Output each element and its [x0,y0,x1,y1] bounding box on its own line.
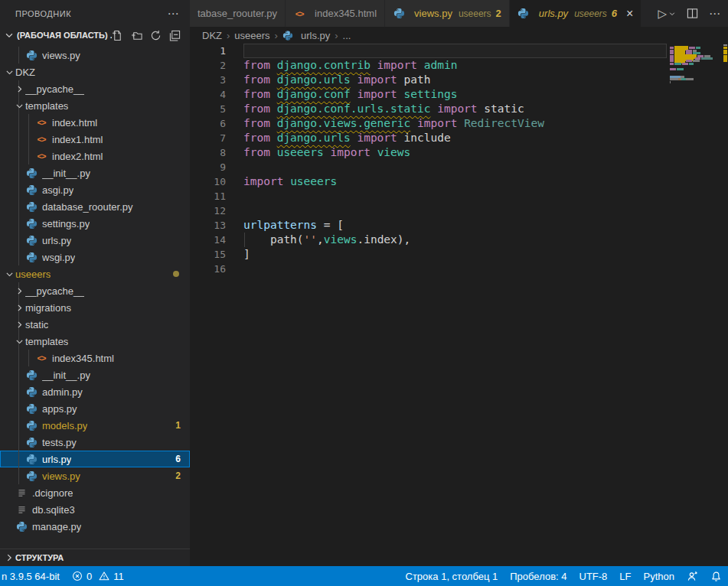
tree-item-useeers[interactable]: useeers [0,265,190,282]
indent-guide [18,400,19,417]
line-number[interactable]: 15 [190,247,226,262]
split-editor-icon[interactable] [687,8,698,19]
tree-item-models-py[interactable]: models.py1 [0,417,190,434]
token: import [357,73,397,86]
tree-item-urls-py[interactable]: urls.py [0,232,190,249]
workspace-section-header[interactable]: (РАБОЧАЯ ОБЛАСТЬ) ... [0,27,190,44]
feedback-icon[interactable] [681,566,704,586]
tab-label: index345.html [315,8,377,19]
tab-index345-html[interactable]: <>index345.html [286,0,384,27]
tree-item-index1-html[interactable]: <>index1.html [0,131,190,148]
token: useeers [290,175,337,187]
tab-views-py[interactable]: views.pyuseeers2 [385,0,509,27]
code-line-2[interactable]: 2from django.contrib import admin [190,58,667,73]
tree-item--dcignore[interactable]: .dcignore [0,484,190,501]
code-line-10[interactable]: 10import useeers [190,174,667,189]
line-number[interactable]: 16 [190,262,226,276]
line-number[interactable]: 3 [190,73,226,87]
line-number[interactable]: 1 [190,44,226,58]
tree-item-asgi-py[interactable]: asgi.py [0,181,190,198]
cursor-position-status[interactable]: Строка 1, столбец 1 [400,566,504,586]
file-name: useeers [15,269,51,280]
tab-tabase-roouter-py[interactable]: tabase_roouter.py [190,0,285,27]
tab-urls-py[interactable]: urls.pyuseeers6× [510,0,641,27]
more-actions-icon[interactable]: ⋯ [168,7,180,21]
line-number[interactable]: 4 [190,87,226,102]
tree-item-migrations[interactable]: migrations [0,299,190,316]
code-line-16[interactable]: 16 [190,262,667,276]
tree-item--pycache-[interactable]: __pycache__ [0,80,190,97]
line-number[interactable]: 11 [190,189,226,203]
breadcrumb-item-urls-py[interactable]: urls.py [282,30,330,41]
tree-item-db-sqlite3[interactable]: db.sqlite3 [0,501,190,518]
tree-item-dkz[interactable]: DKZ [0,63,190,80]
code-line-5[interactable]: 5from django.conf.urls.static import sta… [190,102,667,116]
breadcrumb-item--[interactable]: ... [343,30,351,41]
line-number[interactable]: 12 [190,203,226,218]
tree-item-settings-py[interactable]: settings.py [0,215,190,232]
new-folder-icon[interactable] [131,30,142,41]
code-line-7[interactable]: 7from django.urls import include [190,131,667,145]
tree-item-views-py[interactable]: views.py2 [0,467,190,484]
code-line-1[interactable]: 1 [190,44,667,58]
line-number[interactable]: 7 [190,131,226,145]
tree-item-urls-py[interactable]: urls.py6 [0,451,190,467]
tree-item-apps-py[interactable]: apps.py [0,400,190,417]
line-number[interactable]: 6 [190,116,226,131]
encoding-status[interactable]: UTF-8 [573,566,614,586]
tree-item-views-py[interactable]: views.py [0,47,190,63]
python-interpreter-status[interactable]: n 3.9.5 64-bit [0,566,66,586]
tree-item-templates[interactable]: templates [0,97,190,114]
close-icon[interactable]: × [626,8,633,20]
tree-item-index345-html[interactable]: <>index345.html [0,350,190,366]
tree-item-static[interactable]: static [0,316,190,333]
more-editor-actions-icon[interactable]: ⋯ [709,7,720,21]
code-line-13[interactable]: 13urlpatterns = [ [190,218,667,233]
line-number[interactable]: 14 [190,233,226,247]
tree-item-tests-py[interactable]: tests.py [0,434,190,451]
language-mode-status[interactable]: Python [638,566,681,586]
code-editor[interactable]: 12from django.contrib import admin3from … [190,44,728,566]
run-python-file-button[interactable]: ▷ [658,7,676,21]
code-line-12[interactable]: 12 [190,203,667,218]
code-line-3[interactable]: 3from django.urls import path [190,73,667,87]
breadcrumb-item-dkz[interactable]: DKZ [202,30,222,41]
tree-item-database-roouter-py[interactable]: database_roouter.py [0,198,190,215]
code-line-6[interactable]: 6from django.views.generic import Redire… [190,116,667,131]
tree-item--init-py[interactable]: __init__.py [0,164,190,181]
tree-item-admin-py[interactable]: admin.py [0,383,190,400]
refresh-icon[interactable] [150,30,162,41]
code-line-9[interactable]: 9 [190,160,667,174]
line-number[interactable]: 5 [190,102,226,116]
minimap[interactable] [668,44,722,566]
code-line-4[interactable]: 4from django.conf import settings [190,87,667,102]
file-name: index2.html [52,151,103,162]
line-number[interactable]: 13 [190,218,226,233]
tree-item--pycache-[interactable]: __pycache__ [0,282,190,299]
tree-item-index-html[interactable]: <>index.html [0,114,190,131]
code-line-14[interactable]: 14 path('',views.index), [190,233,667,247]
code-line-15[interactable]: 15] [190,247,667,262]
collapse-all-icon[interactable] [169,30,181,41]
tree-item-templates[interactable]: templates [0,333,190,350]
outline-section-header[interactable]: СТРУКТУРА [0,549,190,566]
code-line-8[interactable]: 8from useeers import views [190,145,667,160]
tree-item-wsgi-py[interactable]: wsgi.py [0,249,190,265]
line-number[interactable]: 2 [190,58,226,73]
tree-item-index2-html[interactable]: <>index2.html [0,148,190,164]
line-number[interactable]: 9 [190,160,226,174]
line-number[interactable]: 8 [190,145,226,160]
indentation-status[interactable]: Пробелов: 4 [504,566,573,586]
tree-item--init-py[interactable]: __init__.py [0,366,190,383]
code-line-11[interactable]: 11 [190,189,667,203]
problems-status[interactable]: 0 11 [66,566,130,586]
indent-guide [18,181,19,198]
token [397,88,404,100]
eol-status[interactable]: LF [613,566,637,586]
new-file-icon[interactable] [112,30,123,41]
tree-item-manage-py[interactable]: manage.py [0,518,190,535]
overview-ruler[interactable] [723,44,728,566]
breadcrumb-item-useeers[interactable]: useeers [234,30,269,41]
line-number[interactable]: 10 [190,174,226,189]
notifications-bell-icon[interactable] [704,566,728,586]
